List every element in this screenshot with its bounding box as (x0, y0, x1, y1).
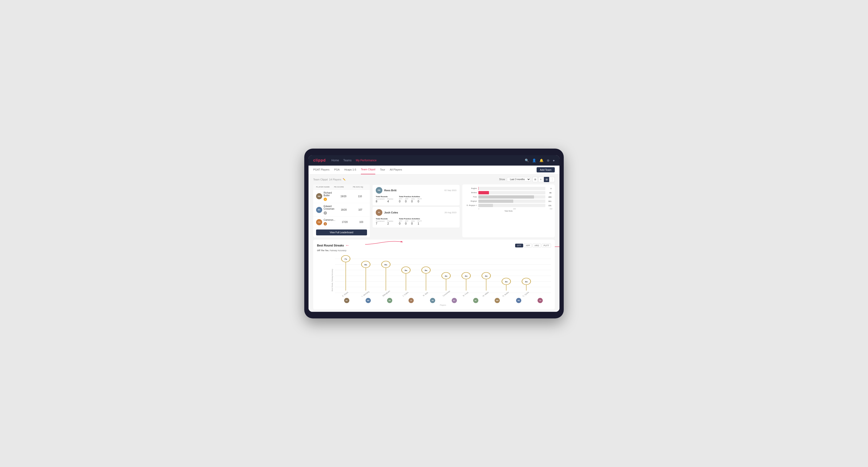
plus-icon[interactable]: ⊕ (547, 158, 550, 162)
card-view-btn[interactable]: ▤ (544, 177, 549, 182)
tablet-screen: clippd Home Teams My Performance 🔍 👤 🔔 ⊕… (309, 155, 559, 312)
card-header: RB Rees Britt 02 Sep 2023 (376, 187, 456, 194)
tournament-label: Tournament (376, 198, 384, 200)
nav-teams[interactable]: Teams (343, 159, 351, 162)
player-count: 14 Players (329, 178, 341, 181)
filter-ott[interactable]: OTT (515, 244, 523, 247)
tab-pga[interactable]: PGA (334, 165, 340, 174)
app-col: APP 0 (405, 220, 408, 225)
player-name: Richard Butler (323, 191, 334, 197)
tournament-val: 7 (376, 222, 384, 225)
svg-text:4x: 4x (485, 275, 488, 277)
streaks-title: Best Round Streaks (317, 244, 344, 247)
putt-label: PUTT (417, 198, 422, 200)
streaks-section: Best Round Streaks ← OTT APP ARG PUTT Of… (313, 240, 555, 309)
practice-activities-label: Total Practice Activities (399, 218, 422, 220)
practice-label: Practice (387, 198, 393, 200)
edit-icon[interactable]: ✏️ (343, 178, 346, 181)
tab-tour[interactable]: Tour (380, 165, 385, 174)
player-avatar: BM (366, 298, 371, 303)
app-col: APP 0 (405, 198, 408, 203)
rounds-cols: Tournament 8 Practice 4 (376, 198, 393, 203)
practice-col: Practice 2 (387, 220, 393, 225)
x-axis: 0 200 400 (465, 208, 552, 210)
team-header: Team Clippd 14 Players ✏️ Show Last 3 mo… (313, 177, 555, 182)
ott-col: OTT 0 (399, 220, 402, 225)
bar-row-pars: Pars 499 (465, 195, 545, 198)
bar-label: Bogeys (465, 200, 477, 202)
view-full-leaderboard-button[interactable]: View Full Leaderboard (316, 229, 367, 236)
user-avatar-icon[interactable]: ● (553, 158, 555, 162)
arg-val: 0 (411, 222, 415, 225)
player-avatar: RB (516, 298, 521, 303)
card-date: 26 Aug 2023 (444, 211, 456, 214)
tab-team-clippd[interactable]: Team Clippd (361, 165, 375, 174)
add-team-button[interactable]: Add Team (536, 167, 555, 173)
putt-val: 1 (417, 222, 422, 225)
table-row: EC Edward Crossman 2 18/20 107 (313, 203, 370, 217)
putt-col: PUTT 1 (417, 220, 422, 225)
pb-avg: 107 (353, 209, 368, 211)
time-period-select[interactable]: Last 3 months (507, 177, 531, 182)
show-controls: Show Last 3 months ⊞ ≡ ▤ ⋮ (499, 177, 555, 182)
svg-text:6x: 6x (384, 264, 388, 266)
person-icon[interactable]: 👤 (532, 158, 536, 162)
bar-value: 499 (549, 196, 552, 198)
svg-text:4x: 4x (445, 275, 448, 277)
filter-arg[interactable]: ARG (533, 244, 541, 247)
subtitle-main: Off The Tee (317, 249, 329, 252)
card-header: JC Josh Coles 26 Aug 2023 (376, 209, 456, 216)
app-val: 0 (405, 222, 408, 225)
pb-score: 19/20 (334, 195, 353, 198)
player-avatar: MM (495, 298, 500, 303)
svg-text:B. Ford: B. Ford (462, 292, 469, 297)
card-stats: Total Rounds Tournament 8 Practice 4 (376, 195, 456, 203)
filter-app[interactable]: APP (524, 244, 532, 247)
svg-text:E. Ebert: E. Ebert (342, 291, 349, 297)
nav-my-performance[interactable]: My Performance (356, 159, 376, 162)
bar-label: Eagles (465, 187, 477, 189)
avatar: CA (316, 219, 322, 225)
svg-text:D. Billingham: D. Billingham (380, 290, 391, 297)
x-label: 0 (478, 208, 479, 210)
filter-putt[interactable]: PUTT (542, 244, 551, 247)
chart-x-title: Total Shots (465, 210, 552, 212)
practice-activities-label: Total Practice Activities (399, 195, 422, 198)
nav-icons: 🔍 👤 🔔 ⊕ ● (525, 158, 555, 162)
tab-all-players[interactable]: All Players (390, 165, 402, 174)
two-column-layout: PLAYER NAME PB SCORE PB AVG SQ RB Richar… (313, 184, 555, 238)
putt-val: 0 (417, 200, 422, 203)
tournament-val: 8 (376, 200, 384, 203)
table-view-btn[interactable]: ⋮ (550, 177, 555, 182)
bar-label: Pars (465, 196, 477, 198)
svg-text:C. Quick: C. Quick (522, 291, 530, 297)
player-avatar: EE (344, 298, 349, 303)
table-row: CA Cameron... 3 17/20 103 (313, 217, 370, 228)
table-row: RB Richard Butler 1 19/20 110 (313, 190, 370, 203)
card-date: 02 Sep 2023 (444, 189, 456, 191)
total-rounds-group: Total Rounds Tournament 7 Practice 2 (376, 218, 393, 225)
practice-activities-group: Total Practice Activities OTT 0 APP 0 (399, 195, 422, 203)
bar-label: Birdies (465, 191, 477, 194)
bell-icon[interactable]: 🔔 (539, 158, 544, 162)
tablet-frame: clippd Home Teams My Performance 🔍 👤 🔔 ⊕… (304, 149, 564, 319)
player-avatar: BF (473, 298, 478, 303)
y-axis-title: Best Streak, Fairway Accuracy (331, 269, 333, 291)
nav-home[interactable]: Home (331, 159, 339, 162)
bar-track: 3 (478, 187, 545, 190)
tab-pgat-players[interactable]: PGAT Players (313, 165, 330, 174)
grid-view-btn[interactable]: ⊞ (533, 177, 538, 182)
bar-track: 96 (478, 191, 545, 194)
lb-player-1: RB Richard Butler 1 (316, 191, 334, 201)
svg-text:J. Coles: J. Coles (402, 291, 409, 297)
svg-text:R. Butler: R. Butler (502, 291, 510, 297)
player-card: RB Rees Britt 02 Sep 2023 Total Rounds T… (372, 184, 460, 206)
y-axis-container: Best Streak, Fairway Accuracy (321, 254, 335, 306)
player-avatar: CQ (537, 298, 543, 303)
tab-hcaps[interactable]: Hcaps 1-5 (344, 165, 356, 174)
list-view-btn[interactable]: ≡ (538, 177, 544, 182)
total-rounds-label: Total Rounds (376, 195, 393, 198)
pb-avg: 110 (353, 195, 367, 198)
card-player-name: Josh Coles (384, 211, 398, 214)
search-icon[interactable]: 🔍 (525, 158, 529, 162)
